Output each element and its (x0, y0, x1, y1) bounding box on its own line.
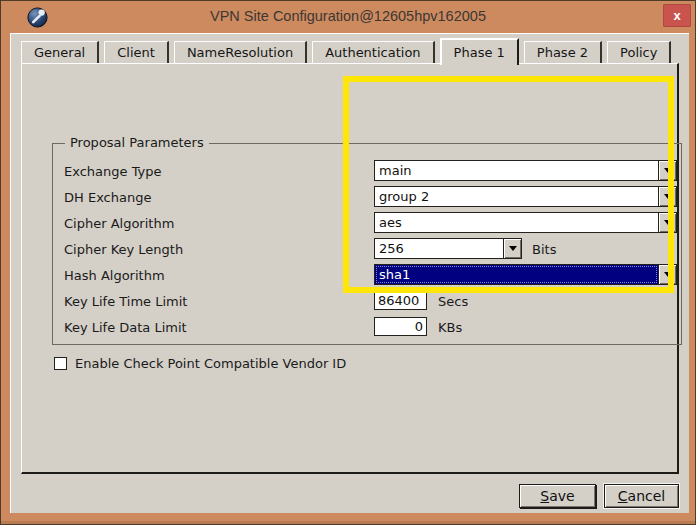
dh-exchange-dropdown[interactable]: group 2 (374, 186, 677, 207)
cipher-algorithm-label: Cipher Algorithm (64, 216, 174, 231)
secs-unit-label: Secs (438, 294, 468, 309)
vendor-id-checkbox[interactable] (54, 357, 67, 370)
dropdown-arrow-icon[interactable] (658, 187, 676, 206)
key-life-time-limit-label: Key Life Time Limit (64, 294, 187, 309)
save-button[interactable]: Save (519, 484, 596, 508)
tab-policy[interactable]: Policy (607, 41, 671, 63)
tab-phase-1[interactable]: Phase 1 (440, 38, 519, 65)
exchange-type-value: main (375, 161, 658, 180)
vendor-id-check-row: Enable Check Point Compatible Vendor ID (54, 356, 346, 371)
dropdown-arrow-icon[interactable] (658, 161, 676, 180)
cipher-key-length-label: Cipher Key Length (64, 242, 183, 257)
cipher-algorithm-value: aes (375, 213, 658, 232)
close-icon: x (673, 9, 680, 22)
kbs-unit-label: KBs (438, 320, 462, 335)
dropdown-arrow-icon[interactable] (658, 213, 676, 232)
cipher-key-length-value: 256 (375, 239, 503, 258)
phase1-tab-panel: Proposal Parameters Exchange Type main D… (21, 63, 679, 474)
key-life-time-input[interactable] (374, 291, 427, 310)
exchange-type-dropdown[interactable]: main (374, 160, 677, 181)
vpn-site-configuration-window: VPN Site Configuration@12605hpv162005 x … (0, 0, 696, 525)
window-title: VPN Site Configuration@12605hpv162005 (2, 8, 694, 24)
key-life-data-input[interactable] (374, 317, 427, 336)
dh-exchange-value: group 2 (375, 187, 658, 206)
cipher-key-length-dropdown[interactable]: 256 (374, 238, 522, 259)
dropdown-arrow-icon[interactable] (503, 239, 521, 258)
groupbox-title: Proposal Parameters (65, 135, 209, 150)
bits-unit-label: Bits (532, 242, 556, 257)
tab-bar: General Client NameResolution Authentica… (21, 41, 676, 63)
cipher-algorithm-dropdown[interactable]: aes (374, 212, 677, 233)
tab-phase-2[interactable]: Phase 2 (524, 41, 602, 63)
cancel-button-label: Cancel (605, 485, 678, 507)
dialog-body: General Client NameResolution Authentica… (10, 33, 689, 513)
hash-algorithm-label: Hash Algorithm (64, 268, 165, 283)
hash-algorithm-dropdown[interactable]: sha1 (374, 264, 677, 285)
close-button[interactable]: x (663, 4, 691, 27)
titlebar[interactable]: VPN Site Configuration@12605hpv162005 x (2, 1, 694, 33)
dh-exchange-label: DH Exchange (64, 190, 151, 205)
tab-general[interactable]: General (21, 41, 99, 63)
vendor-id-checkbox-label[interactable]: Enable Check Point Compatible Vendor ID (75, 356, 346, 371)
hash-algorithm-value: sha1 (375, 265, 658, 284)
key-life-data-limit-label: Key Life Data Limit (64, 320, 187, 335)
save-button-label: Save (520, 485, 595, 507)
exchange-type-label: Exchange Type (64, 164, 162, 179)
tab-authentication[interactable]: Authentication (312, 41, 434, 63)
tab-name-resolution[interactable]: NameResolution (174, 41, 307, 63)
cancel-button[interactable]: Cancel (604, 484, 679, 508)
tab-client[interactable]: Client (104, 41, 169, 63)
dropdown-arrow-icon[interactable] (658, 265, 676, 284)
